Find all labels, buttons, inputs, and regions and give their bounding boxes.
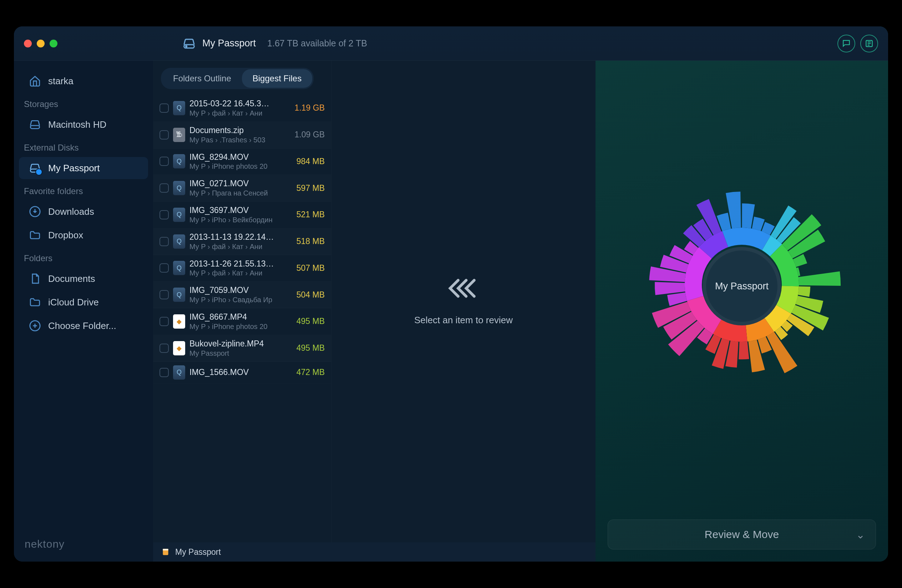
file-path: My P › фай › Кат › Ани xyxy=(189,242,281,251)
visualization-pane: My Passport Review & Move ⌄ xyxy=(595,27,888,561)
news-button[interactable] xyxy=(860,34,878,52)
file-path: My Pas › .Trashes › 503 xyxy=(189,136,281,144)
svg-rect-3 xyxy=(30,125,40,129)
sidebar-item-downloads[interactable]: Downloads xyxy=(19,200,148,223)
svg-rect-4 xyxy=(30,169,40,172)
file-checkbox[interactable] xyxy=(160,237,169,246)
file-size: 984 MB xyxy=(285,156,325,166)
close-button[interactable] xyxy=(24,40,32,47)
svg-point-1 xyxy=(186,46,187,47)
sidebar-item-label: Dropbox xyxy=(48,230,83,241)
sidebar-item-label: iCloud Drive xyxy=(48,297,99,308)
file-type-icon: Q xyxy=(173,181,185,195)
file-meta: 2013-11-13 19.22.14…My P › фай › Кат › А… xyxy=(189,232,281,251)
chevron-down-icon[interactable]: ⌄ xyxy=(856,529,865,541)
file-checkbox[interactable] xyxy=(160,103,169,113)
file-row[interactable]: ◆Bukovel-zipline.MP4My Passport495 MB xyxy=(153,335,331,362)
file-type-icon: Q xyxy=(173,288,185,302)
file-checkbox[interactable] xyxy=(160,183,169,193)
file-checkbox[interactable] xyxy=(160,317,169,326)
title-disk-info: My Passport 1.67 TB available of 2 TB xyxy=(182,37,367,50)
review-move-button[interactable]: Review & Move ⌄ xyxy=(608,519,876,549)
sidebar-home-label: starka xyxy=(48,76,74,87)
sidebar-item-my-passport[interactable]: My Passport xyxy=(19,157,148,179)
file-row[interactable]: QIMG_8294.MOVMy P › iPhone photos 20984 … xyxy=(153,149,331,175)
file-type-icon: Q xyxy=(173,154,185,169)
sidebar-home[interactable]: starka xyxy=(19,70,148,92)
preview-pane: Select an item to review xyxy=(332,61,595,542)
section-folders: Folders xyxy=(14,247,153,267)
file-meta: IMG_1566.MOV xyxy=(189,367,281,377)
home-icon xyxy=(29,75,41,87)
file-path: My P › iPho › Свадьба Ир xyxy=(189,296,281,304)
file-name: IMG_7059.MOV xyxy=(189,285,281,296)
file-type-icon: ◆ xyxy=(173,341,185,355)
file-meta: IMG_8667.MP4My P › iPhone photos 20 xyxy=(189,312,281,331)
sunburst-chart[interactable]: My Passport xyxy=(595,61,888,509)
file-row[interactable]: Q2013-11-26 21.55.13…My P › фай › Кат › … xyxy=(153,255,331,282)
svg-rect-8 xyxy=(163,549,168,550)
file-path: My P › Прага на Сенсей xyxy=(189,189,281,198)
center-area: Folders Outline Biggest Files Q2015-03-2… xyxy=(153,27,595,561)
file-meta: Documents.zipMy Pas › .Trashes › 503 xyxy=(189,125,281,144)
file-size: 521 MB xyxy=(285,210,325,219)
file-type-icon: ◆ xyxy=(173,314,185,328)
maximize-button[interactable] xyxy=(50,40,58,47)
sidebar-item-label: Choose Folder... xyxy=(48,321,116,332)
file-checkbox[interactable] xyxy=(160,368,169,377)
tab-biggest-files[interactable]: Biggest Files xyxy=(242,69,312,88)
file-type-icon: 🗜 xyxy=(173,128,185,142)
sidebar-item-choose-folder[interactable]: Choose Folder... xyxy=(19,315,148,337)
file-path: My P › фай › Кат › Ани xyxy=(189,269,281,278)
file-meta: 2013-11-26 21.55.13…My P › фай › Кат › А… xyxy=(189,259,281,278)
sidebar: starka Storages Macintosh HD External Di… xyxy=(14,27,153,561)
file-row[interactable]: QIMG_1566.MOV472 MB xyxy=(153,362,331,383)
sidebar-item-label: Downloads xyxy=(48,206,94,217)
file-path: My P › iPho › Вейкбордин xyxy=(189,216,281,224)
app-window: My Passport 1.67 TB available of 2 TB st… xyxy=(14,27,888,561)
sidebar-item-dropbox[interactable]: Dropbox xyxy=(19,224,148,246)
file-row[interactable]: Q2015-03-22 16.45.3…My P › фай › Кат › А… xyxy=(153,95,331,122)
file-path: My P › фай › Кат › Ани xyxy=(189,109,281,118)
chat-icon xyxy=(842,39,851,48)
title-availability: 1.67 TB available of 2 TB xyxy=(267,38,367,48)
file-checkbox[interactable] xyxy=(160,156,169,166)
file-size: 495 MB xyxy=(285,343,325,353)
breadcrumb[interactable]: My Passport xyxy=(153,542,595,561)
file-list[interactable]: Q2015-03-22 16.45.3…My P › фай › Кат › А… xyxy=(153,95,331,542)
document-icon xyxy=(29,272,41,285)
download-icon xyxy=(29,205,41,217)
file-row[interactable]: QIMG_0271.MOVMy P › Прага на Сенсей597 M… xyxy=(153,175,331,202)
file-name: IMG_8667.MP4 xyxy=(189,312,281,322)
file-row[interactable]: Q2013-11-13 19.22.14…My P › фай › Кат › … xyxy=(153,228,331,255)
feedback-button[interactable] xyxy=(838,34,855,52)
file-size: 495 MB xyxy=(285,316,325,326)
file-row[interactable]: ◆IMG_8667.MP4My P › iPhone photos 20495 … xyxy=(153,308,331,335)
file-checkbox[interactable] xyxy=(160,130,169,139)
sidebar-item-icloud[interactable]: iCloud Drive xyxy=(19,291,148,313)
file-checkbox[interactable] xyxy=(160,290,169,299)
title-disk-name: My Passport xyxy=(202,38,256,49)
file-meta: IMG_8294.MOVMy P › iPhone photos 20 xyxy=(189,152,281,171)
minimize-button[interactable] xyxy=(37,40,45,47)
file-row[interactable]: QIMG_7059.MOVMy P › iPho › Свадьба Ир504… xyxy=(153,281,331,308)
sunburst-center-label: My Passport xyxy=(703,247,781,325)
file-meta: 2015-03-22 16.45.3…My P › фай › Кат › Ан… xyxy=(189,99,281,118)
tab-folders-outline[interactable]: Folders Outline xyxy=(162,69,242,88)
sidebar-item-documents[interactable]: Documents xyxy=(19,267,148,290)
file-checkbox[interactable] xyxy=(160,344,169,353)
file-name: IMG_1566.MOV xyxy=(189,367,281,377)
file-size: 1.19 GB xyxy=(285,103,325,113)
breadcrumb-label: My Passport xyxy=(175,547,221,557)
action-label: Review & Move xyxy=(705,529,779,541)
file-name: 2013-11-26 21.55.13… xyxy=(189,259,281,269)
file-meta: Bukovel-zipline.MP4My Passport xyxy=(189,339,281,358)
file-row[interactable]: 🗜Documents.zipMy Pas › .Trashes › 5031.0… xyxy=(153,122,331,149)
file-type-icon: Q xyxy=(173,365,185,380)
section-storages: Storages xyxy=(14,93,153,113)
newspaper-icon xyxy=(864,39,874,48)
file-row[interactable]: QIMG_3697.MOVMy P › iPho › Вейкбордин521… xyxy=(153,202,331,228)
file-checkbox[interactable] xyxy=(160,263,169,272)
sidebar-item-macintosh-hd[interactable]: Macintosh HD xyxy=(19,113,148,136)
file-checkbox[interactable] xyxy=(160,210,169,219)
